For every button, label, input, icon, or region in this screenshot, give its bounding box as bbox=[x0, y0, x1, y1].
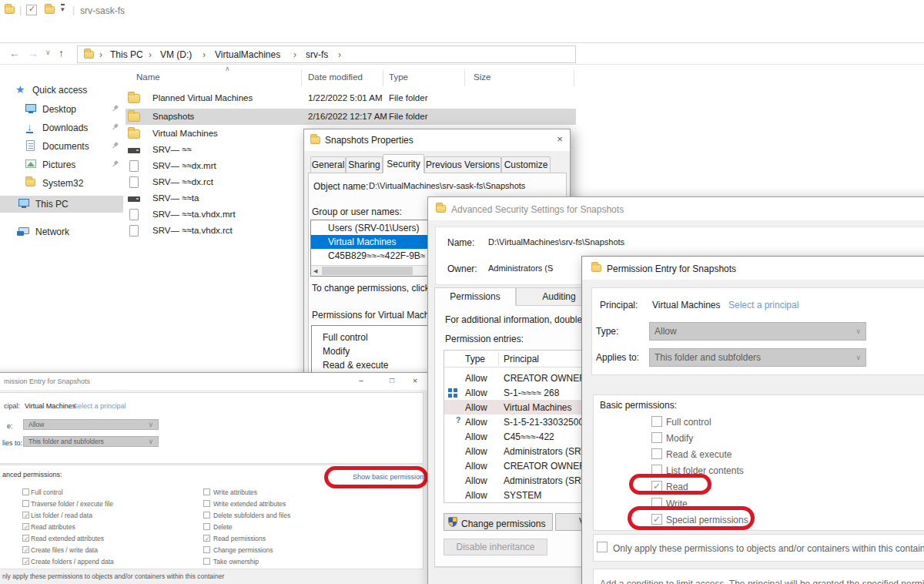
recent-locations-icon[interactable]: ∨ bbox=[45, 49, 51, 56]
checkbox-label: Delete subfolders and files bbox=[213, 512, 290, 519]
dialog-folder-icon bbox=[591, 264, 601, 272]
column-header-principal[interactable]: Principal bbox=[504, 354, 539, 364]
tab-previous-versions[interactable]: Previous Versions bbox=[424, 156, 501, 173]
basic-permissions-label: Basic permissions: bbox=[600, 400, 677, 411]
sort-ascending-icon: ∧ bbox=[225, 65, 230, 72]
checkbox-label: List folder / read data bbox=[31, 512, 92, 519]
column-header-type[interactable]: Type bbox=[389, 72, 408, 82]
checkbox-label: Take ownership bbox=[213, 558, 259, 566]
column-header-type[interactable]: Type bbox=[465, 354, 485, 364]
user-question-icon bbox=[448, 418, 460, 428]
close-icon[interactable]: × bbox=[554, 133, 566, 145]
folder-icon bbox=[128, 112, 140, 122]
select-principal-link[interactable]: Select a principal bbox=[73, 402, 126, 410]
type-dropdown[interactable]: Allow∨ bbox=[649, 322, 866, 341]
crumb-virtualmachines[interactable]: VirtualMachines bbox=[215, 49, 280, 60]
checkbox-take-ownership[interactable] bbox=[203, 558, 210, 565]
checkbox-full-control[interactable] bbox=[651, 416, 662, 427]
column-header-name[interactable]: Name bbox=[136, 72, 160, 82]
tab-customize[interactable]: Customize bbox=[501, 156, 551, 173]
checkbox-read-attributes[interactable] bbox=[22, 523, 29, 530]
type-dropdown[interactable]: Allow∨ bbox=[23, 419, 159, 430]
additional-info-text: For additional information, double bbox=[445, 314, 582, 325]
scrollbar-thumb[interactable] bbox=[322, 267, 413, 275]
type-label: Type: bbox=[596, 326, 618, 337]
column-divider[interactable] bbox=[301, 69, 302, 86]
permission-entries-label: Permission entries: bbox=[445, 334, 524, 344]
permission-entry-back-dialog: mission Entry for Snapshots – □ × cipal:… bbox=[0, 372, 430, 584]
checkbox-only-apply[interactable] bbox=[597, 542, 608, 552]
checkbox-label: Read extended attributes bbox=[31, 535, 104, 542]
checkbox-delete-subfolders[interactable] bbox=[203, 512, 210, 519]
checkbox-traverse-folder[interactable] bbox=[22, 500, 29, 507]
title-bar: Permission Entry for Snapshots bbox=[582, 257, 924, 280]
applies-to-dropdown[interactable]: This folder and subfolders∨ bbox=[649, 348, 866, 367]
annotation-ellipse-show-basic bbox=[324, 466, 428, 488]
uac-shield-icon bbox=[448, 517, 457, 527]
users-icon bbox=[447, 374, 460, 384]
dialog-folder-icon bbox=[310, 136, 320, 144]
checkbox-full-control[interactable] bbox=[22, 488, 29, 495]
users-icon bbox=[313, 251, 326, 261]
checkbox-read-execute[interactable] bbox=[651, 448, 662, 459]
column-header-size[interactable]: Size bbox=[474, 72, 490, 82]
qat-folder-icon[interactable] bbox=[45, 6, 55, 14]
crumb-vm-d[interactable]: VM (D:) bbox=[160, 49, 192, 60]
file-row[interactable]: Planned Virtual Machines1/22/2022 5:01 A… bbox=[0, 90, 576, 106]
scroll-left-icon[interactable]: ◀ bbox=[313, 268, 317, 274]
checkbox-change-permissions[interactable] bbox=[203, 546, 210, 553]
select-principal-link[interactable]: Select a principal bbox=[728, 300, 798, 310]
applies-to-label: lies to: bbox=[2, 439, 22, 447]
chevron-down-icon: ∨ bbox=[148, 421, 153, 428]
principal-label: cipal: bbox=[4, 402, 20, 410]
file-row-selected[interactable]: Snapshots2/16/2022 12:17 AMFile folder bbox=[0, 109, 576, 125]
checkbox-read-permissions[interactable] bbox=[203, 535, 210, 542]
crumb-this-pc[interactable]: This PC bbox=[110, 49, 143, 60]
checkbox-list-folder-read-data[interactable] bbox=[22, 512, 29, 519]
chevron-down-icon: ∨ bbox=[148, 438, 153, 445]
disable-inheritance-button[interactable]: Disable inheritance bbox=[444, 539, 547, 555]
up-icon[interactable]: ↑ bbox=[59, 47, 64, 59]
ribbon: File Home Share View bbox=[0, 22, 924, 43]
checkbox-write-extended-attributes[interactable] bbox=[203, 500, 210, 507]
tab-sharing[interactable]: Sharing bbox=[346, 156, 383, 173]
window-title: Advanced Security Settings for Snapshots bbox=[451, 204, 624, 215]
maximize-icon[interactable]: □ bbox=[387, 376, 397, 384]
close-icon[interactable]: × bbox=[410, 376, 420, 385]
column-header-date[interactable]: Date modified bbox=[308, 72, 363, 82]
principal-value: Virtual Machines bbox=[25, 402, 75, 410]
minimize-icon[interactable]: – bbox=[356, 376, 367, 384]
checkbox-delete[interactable] bbox=[203, 523, 210, 530]
app-folder-icon bbox=[5, 6, 15, 14]
column-divider[interactable] bbox=[574, 69, 574, 86]
checkbox-write-attributes[interactable] bbox=[203, 488, 210, 495]
qat-customize-icon[interactable]: ▾ bbox=[61, 4, 65, 13]
checkbox-create-files-write-data[interactable] bbox=[22, 546, 29, 553]
name-label: Name: bbox=[447, 237, 474, 248]
column-divider[interactable] bbox=[383, 69, 383, 86]
checkbox-modify[interactable] bbox=[651, 432, 662, 443]
checkbox-create-folders-append-data[interactable] bbox=[22, 558, 29, 565]
tab-permissions[interactable]: Permissions bbox=[434, 287, 516, 306]
column-divider[interactable] bbox=[464, 69, 465, 86]
principal-value: Virtual Machines bbox=[652, 300, 721, 310]
checkbox-label: Read attributes bbox=[31, 523, 75, 531]
tab-security[interactable]: Security bbox=[383, 154, 424, 173]
checkbox-read-extended-attributes[interactable] bbox=[22, 535, 29, 542]
forward-icon[interactable]: → bbox=[28, 47, 38, 59]
only-apply-panel: Only apply these permissions to objects … bbox=[593, 534, 924, 562]
change-permissions-button[interactable]: Change permissions bbox=[444, 513, 553, 531]
breadcrumb[interactable]: › This PC › VM (D:) › VirtualMachines › … bbox=[77, 45, 576, 63]
column-divider bbox=[498, 352, 499, 366]
file-icon bbox=[129, 225, 139, 237]
checkbox-label: Full control bbox=[666, 417, 711, 428]
qat-check-icon[interactable]: ✓ bbox=[26, 5, 37, 15]
drive-icon bbox=[128, 148, 140, 153]
checkbox-label: Create files / write data bbox=[31, 546, 98, 554]
window-title: Permission Entry for Snapshots bbox=[607, 263, 736, 274]
crumb-srv-fs[interactable]: srv-fs bbox=[306, 49, 328, 60]
back-icon[interactable]: ← bbox=[9, 47, 20, 59]
applies-to-dropdown[interactable]: This folder and subfolders∨ bbox=[23, 436, 159, 447]
window-title: Snapshots Properties bbox=[325, 135, 413, 146]
tab-general[interactable]: General bbox=[310, 156, 346, 173]
